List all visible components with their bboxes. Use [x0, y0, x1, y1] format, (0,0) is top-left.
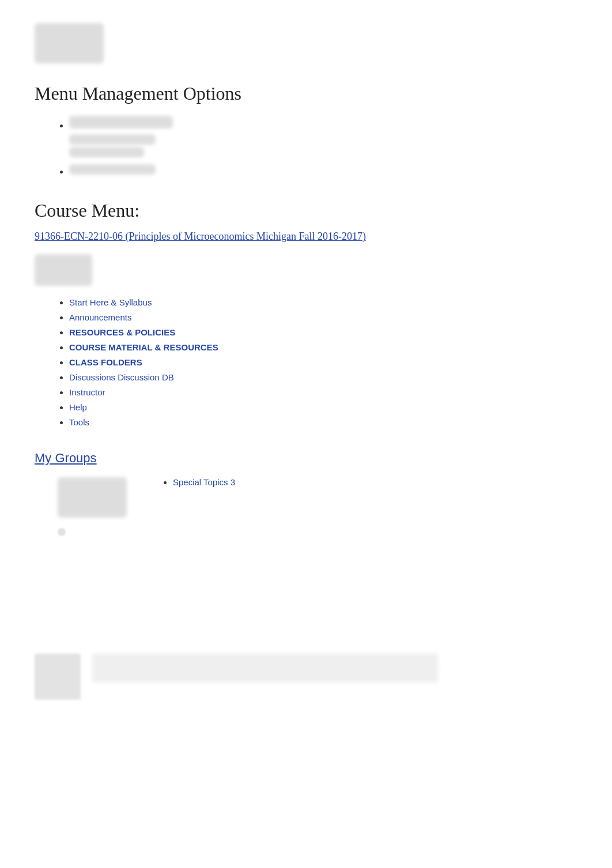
nav-link-course-material[interactable]: COURSE MATERIAL & RESOURCES: [69, 342, 218, 352]
my-groups-section: My Groups Special Topics 3: [35, 451, 577, 538]
course-menu-title: Course Menu:: [35, 200, 577, 221]
menu-management-title: Menu Management Options: [35, 83, 577, 104]
menu-options-list: [35, 116, 577, 177]
group-bullet: [58, 528, 66, 536]
course-icon: [35, 254, 92, 286]
nav-link-discussions[interactable]: Discussions Discussion DB: [69, 372, 174, 382]
group-item-special-topics: Special Topics 3: [173, 477, 235, 488]
nav-item-start-here: Start Here & Syllabus: [69, 297, 577, 308]
groups-combined-area: Special Topics 3: [35, 477, 577, 538]
top-logo: [35, 23, 104, 63]
course-link[interactable]: 91366-ECN-2210-06 (Principles of Microec…: [35, 231, 577, 243]
bottom-icon: [35, 654, 81, 700]
course-nav-list: Start Here & Syllabus Announcements RESO…: [35, 297, 577, 428]
nav-item-help: Help: [69, 402, 577, 413]
nav-link-resources-policies[interactable]: RESOURCES & POLICIES: [69, 327, 175, 337]
nav-link-instructor[interactable]: Instructor: [69, 387, 105, 397]
bottom-text-blurred: [92, 654, 438, 682]
nav-item-announcements: Announcements: [69, 312, 577, 323]
nav-link-help[interactable]: Help: [69, 402, 87, 412]
nav-link-start-here[interactable]: Start Here & Syllabus: [69, 297, 152, 307]
nav-link-tools[interactable]: Tools: [69, 417, 89, 427]
nav-item-discussions: Discussions Discussion DB: [69, 372, 577, 383]
nav-item-course-material: COURSE MATERIAL & RESOURCES: [69, 342, 577, 353]
bottom-area: [35, 654, 577, 700]
blurred-menu-option-1b: [69, 134, 156, 145]
nav-item-resources-policies: RESOURCES & POLICIES: [69, 327, 577, 338]
my-groups-title[interactable]: My Groups: [35, 451, 97, 466]
groups-icon-area: [58, 477, 127, 538]
nav-item-class-folders: CLASS FOLDERS: [69, 357, 577, 368]
blurred-menu-option-1a: [69, 116, 173, 129]
top-logo-area: [35, 23, 577, 83]
menu-option-item-2: [69, 164, 577, 177]
group-icon: [58, 477, 127, 518]
menu-option-item-1: [69, 116, 577, 157]
nav-item-tools: Tools: [69, 417, 577, 428]
groups-list: Special Topics 3: [161, 477, 235, 492]
blurred-menu-option-1c: [69, 147, 144, 157]
nav-item-instructor: Instructor: [69, 387, 577, 398]
blurred-menu-item-wrapper-1: [69, 116, 577, 157]
nav-link-announcements[interactable]: Announcements: [69, 312, 131, 322]
nav-link-class-folders[interactable]: CLASS FOLDERS: [69, 357, 142, 367]
group-link-special-topics[interactable]: Special Topics 3: [173, 477, 235, 487]
blurred-menu-option-2: [69, 164, 156, 175]
